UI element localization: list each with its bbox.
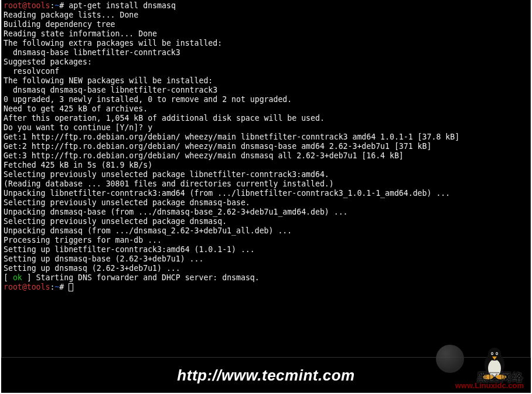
output-line: Setting up dnsmasq (2.62-3+deb7u1) ... xyxy=(4,264,528,273)
output-line: Selecting previously unselected package … xyxy=(4,217,528,226)
status-line: [ ok ] Starting DNS forwarder and DHCP s… xyxy=(4,273,528,283)
output-line: Setting up libnetfilter-conntrack3:amd64… xyxy=(4,245,528,254)
output-line: Get:1 http://ftp.ro.debian.org/debian/ w… xyxy=(4,133,528,142)
output-line: (Reading database ... 30801 files and di… xyxy=(4,179,528,189)
output-line: Selecting previously unselected package … xyxy=(4,170,528,179)
output-line: Get:2 http://ftp.ro.debian.org/debian/ w… xyxy=(4,142,528,151)
output-line: dnsmasq dnsmasq-base libnetfilter-conntr… xyxy=(4,86,528,95)
output-line: Do you want to continue [Y/n]? y xyxy=(4,123,528,133)
terminal-window[interactable]: root@tools:~# apt-get install dnsmasqRea… xyxy=(1,0,531,358)
prompt-symbol: # xyxy=(59,1,64,10)
prompt-line-idle[interactable]: root@tools:~# xyxy=(4,283,528,292)
output-line: Unpacking dnsmasq-base (from .../dnsmasq… xyxy=(4,208,528,217)
output-line: 0 upgraded, 3 newly installed, 0 to remo… xyxy=(4,95,528,104)
output-line: Suggested packages: xyxy=(4,57,528,67)
output-line: Setting up dnsmasq-base (2.62-3+deb7u1) … xyxy=(4,254,528,264)
output-line: Reading package lists... Done xyxy=(4,11,528,20)
footer-bar: http://www.tecmint.com xyxy=(1,358,531,393)
cursor-icon xyxy=(69,283,73,291)
command-text: apt-get install dnsmasq xyxy=(69,1,176,10)
output-line: Reading state information... Done xyxy=(4,29,528,39)
output-line: Fetched 425 kB in 5s (81.9 kB/s) xyxy=(4,161,528,170)
output-line: Need to get 425 kB of archives. xyxy=(4,104,528,114)
output-line: The following extra packages will be ins… xyxy=(4,39,528,48)
output-line: The following NEW packages will be insta… xyxy=(4,76,528,86)
prompt-line: root@tools:~# apt-get install dnsmasq xyxy=(4,1,528,11)
terminal-output: Reading package lists... DoneBuilding de… xyxy=(4,11,528,273)
footer-url: http://www.tecmint.com xyxy=(177,371,354,380)
status-ok: ok xyxy=(13,273,22,282)
output-line: Get:3 http://ftp.ro.debian.org/debian/ w… xyxy=(4,151,528,161)
output-line: Selecting previously unselected package … xyxy=(4,198,528,208)
output-line: After this operation, 1,054 kB of additi… xyxy=(4,114,528,123)
output-line: Unpacking dnsmasq (from .../dnsmasq_2.62… xyxy=(4,226,528,236)
output-line: Building dependency tree xyxy=(4,20,528,29)
output-line: Processing triggers for man-db ... xyxy=(4,236,528,245)
prompt-user: root@tools xyxy=(4,283,50,291)
prompt-user: root@tools xyxy=(4,1,50,10)
prompt-symbol: # xyxy=(59,283,64,291)
output-line: dnsmasq-base libnetfilter-conntrack3 xyxy=(4,48,528,57)
output-line: resolvconf xyxy=(4,67,528,76)
output-line: Unpacking libnetfilter-conntrack3:amd64 … xyxy=(4,189,528,198)
